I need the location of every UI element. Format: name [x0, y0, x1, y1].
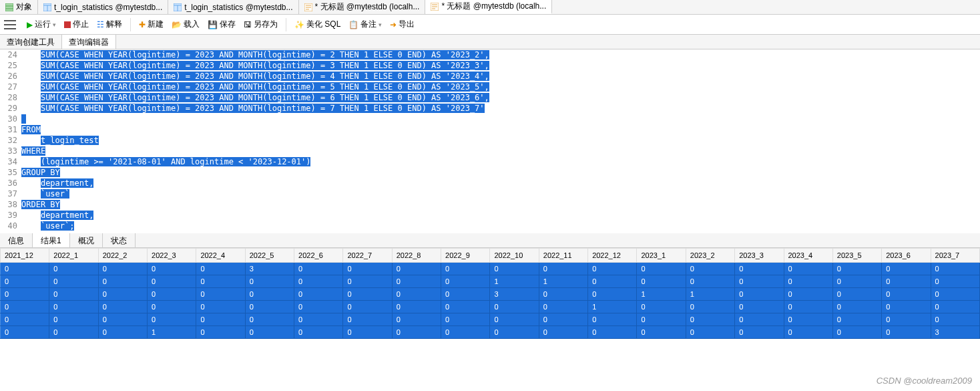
- column-header[interactable]: 2023_3: [735, 249, 784, 263]
- comment-button[interactable]: 📋备注▾: [346, 17, 385, 31]
- cell[interactable]: 0: [245, 301, 294, 313]
- cell[interactable]: 0: [148, 275, 196, 288]
- cell[interactable]: 0: [686, 275, 734, 288]
- sql-editor[interactable]: 2425262728293031323334353637383940 SUM(C…: [0, 49, 980, 233]
- cell[interactable]: 0: [588, 313, 637, 326]
- cell[interactable]: 0: [49, 326, 98, 339]
- cell[interactable]: 3: [490, 288, 539, 301]
- cell[interactable]: 0: [832, 326, 881, 339]
- cell[interactable]: 0: [392, 301, 441, 313]
- cell[interactable]: 0: [49, 263, 98, 275]
- cell[interactable]: 0: [294, 313, 343, 326]
- stop-button[interactable]: 停止: [61, 17, 91, 31]
- new-button[interactable]: ✚新建: [136, 17, 166, 31]
- column-header[interactable]: 2022_1: [49, 249, 98, 263]
- column-header[interactable]: 2022_11: [539, 249, 587, 263]
- cell[interactable]: 0: [832, 263, 881, 275]
- cell[interactable]: 0: [343, 288, 392, 301]
- cell[interactable]: 0: [686, 313, 734, 326]
- tab-query-editor[interactable]: 查询编辑器: [62, 35, 116, 49]
- cell[interactable]: 0: [539, 326, 587, 339]
- cell[interactable]: 0: [539, 301, 587, 313]
- table-row[interactable]: 00000000001100000000: [1, 275, 980, 288]
- column-header[interactable]: 2023_2: [686, 249, 734, 263]
- cell[interactable]: 0: [882, 326, 931, 339]
- cell[interactable]: 0: [441, 263, 490, 275]
- cell[interactable]: 0: [882, 288, 931, 301]
- cell[interactable]: 0: [490, 313, 539, 326]
- cell[interactable]: 0: [686, 301, 734, 313]
- cell[interactable]: 0: [1, 275, 49, 288]
- cell[interactable]: 0: [196, 326, 245, 339]
- cell[interactable]: 0: [882, 275, 931, 288]
- cell[interactable]: 0: [392, 275, 441, 288]
- cell[interactable]: 0: [735, 301, 784, 313]
- cell[interactable]: 0: [49, 275, 98, 288]
- cell[interactable]: 0: [882, 263, 931, 275]
- cell[interactable]: 0: [392, 288, 441, 301]
- cell[interactable]: 0: [588, 263, 637, 275]
- saveas-button[interactable]: 🖫另存为: [241, 17, 280, 31]
- cell[interactable]: 0: [637, 313, 686, 326]
- tab-result1[interactable]: 结果1: [33, 233, 70, 247]
- column-header[interactable]: 2022_3: [148, 249, 196, 263]
- cell[interactable]: 0: [686, 263, 734, 275]
- cell[interactable]: 0: [392, 313, 441, 326]
- cell[interactable]: 0: [1, 326, 49, 339]
- column-header[interactable]: 2022_7: [343, 249, 392, 263]
- cell[interactable]: 1: [686, 288, 734, 301]
- cell[interactable]: 0: [294, 301, 343, 313]
- cell[interactable]: 0: [441, 326, 490, 339]
- column-header[interactable]: 2022_5: [245, 249, 294, 263]
- run-button[interactable]: ▶运行▾: [24, 17, 59, 31]
- cell[interactable]: 0: [196, 288, 245, 301]
- cell[interactable]: 0: [784, 275, 832, 288]
- tab-query-1[interactable]: * 无标题 @mytestdb (localh...: [299, 0, 426, 14]
- cell[interactable]: 0: [735, 263, 784, 275]
- column-header[interactable]: 2022_8: [392, 249, 441, 263]
- cell[interactable]: 0: [931, 263, 979, 275]
- table-row[interactable]: 00000000000000000000: [1, 313, 980, 326]
- cell[interactable]: 0: [343, 275, 392, 288]
- cell[interactable]: 0: [148, 288, 196, 301]
- save-button[interactable]: 💾保存: [205, 17, 238, 31]
- table-row[interactable]: 00010000000000000003: [1, 326, 980, 339]
- explain-button[interactable]: ☷解释: [94, 17, 125, 31]
- tab-query-2-active[interactable]: * 无标题 @mytestdb (localh...: [425, 0, 552, 14]
- column-header[interactable]: 2022_9: [441, 249, 490, 263]
- cell[interactable]: 0: [784, 313, 832, 326]
- cell[interactable]: 0: [1, 301, 49, 313]
- cell[interactable]: 0: [441, 301, 490, 313]
- tab-objects[interactable]: 对象: [0, 0, 38, 14]
- cell[interactable]: 0: [832, 275, 881, 288]
- code-area[interactable]: SUM(CASE WHEN YEAR(logintime) = 2023 AND…: [21, 49, 980, 233]
- column-header[interactable]: 2022_6: [294, 249, 343, 263]
- column-header[interactable]: 2022_12: [588, 249, 637, 263]
- cell[interactable]: 0: [784, 288, 832, 301]
- cell[interactable]: 0: [245, 326, 294, 339]
- cell[interactable]: 0: [735, 275, 784, 288]
- cell[interactable]: 1: [588, 301, 637, 313]
- tab-table-2[interactable]: t_login_statistics @mytestdb...: [168, 0, 298, 14]
- cell[interactable]: 0: [49, 313, 98, 326]
- cell[interactable]: 0: [784, 301, 832, 313]
- cell[interactable]: 0: [637, 326, 686, 339]
- cell[interactable]: 0: [735, 313, 784, 326]
- cell[interactable]: 0: [98, 313, 147, 326]
- column-header[interactable]: 2023_6: [882, 249, 931, 263]
- cell[interactable]: 0: [294, 326, 343, 339]
- cell[interactable]: 0: [832, 301, 881, 313]
- column-header[interactable]: 2023_5: [832, 249, 881, 263]
- cell[interactable]: 0: [882, 313, 931, 326]
- cell[interactable]: 0: [49, 301, 98, 313]
- cell[interactable]: 0: [343, 313, 392, 326]
- cell[interactable]: 0: [832, 288, 881, 301]
- cell[interactable]: 0: [294, 288, 343, 301]
- result-grid[interactable]: 2021_122022_12022_22022_32022_42022_5202…: [0, 248, 980, 339]
- cell[interactable]: 0: [637, 301, 686, 313]
- cell[interactable]: 0: [588, 275, 637, 288]
- cell[interactable]: 0: [490, 326, 539, 339]
- cell[interactable]: 0: [98, 301, 147, 313]
- cell[interactable]: 0: [539, 313, 587, 326]
- tab-profile[interactable]: 概况: [70, 233, 103, 247]
